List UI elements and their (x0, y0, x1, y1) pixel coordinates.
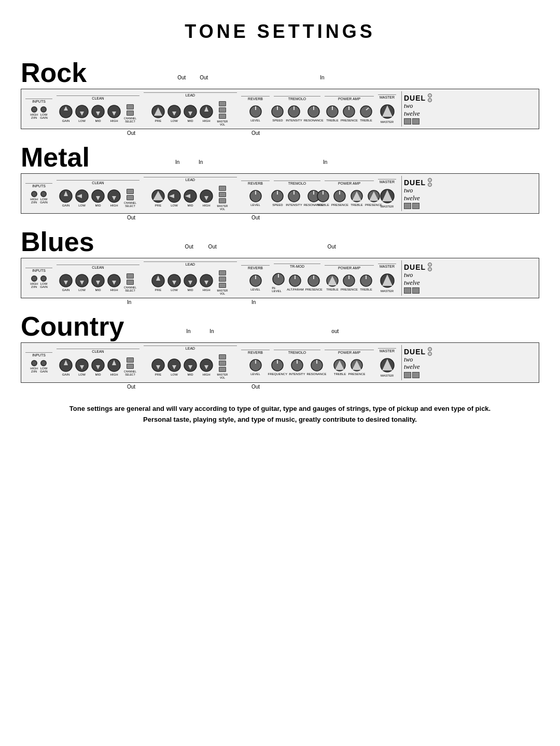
metal-lead: LEAD PRE LOW MID HIGH (144, 177, 237, 211)
blues-master-label: MASTER (378, 265, 396, 268)
blues-label-out3: Out (328, 244, 336, 250)
rock-label-in1: In (320, 75, 324, 80)
metal-tremolo: TREMOLO SPEED INTENSITY RESONANCE (274, 181, 320, 206)
country-jack2 (40, 360, 47, 366)
metal-bot-out2: Out (251, 215, 260, 220)
rock-reverb-label: REVERB (241, 97, 270, 101)
country-label-in2: In (209, 328, 214, 334)
metal-clean-label: CLEAN (57, 181, 139, 185)
blues-clean-label: CLEAN (57, 266, 139, 269)
country-reverb-label: REVERB (241, 351, 270, 354)
rock-inputs-label: INPUTS (25, 100, 52, 103)
blues-power: POWER AMP TREBLE PRESENCE TREBLE (325, 265, 374, 291)
metal-label-in3: In (323, 159, 327, 165)
metal-reverb: REVERB LEVEL (241, 181, 270, 206)
blues-brand: DUEL twotwelve (401, 260, 434, 296)
rock-label-out1: Out (177, 75, 186, 80)
country-inputs-label: INPUTS (25, 353, 52, 357)
brand-duel-country: DUEL (404, 348, 426, 356)
rock-jack1 (31, 106, 37, 113)
metal-tremolo-label: TREMOLO (274, 182, 320, 185)
rock-lead-switch2 (219, 114, 226, 119)
metal-reverb-label: REVERB (241, 182, 270, 185)
country-bot-out1: Out (127, 384, 135, 390)
metal-label-in1: In (175, 159, 179, 165)
rock-clean-bright (127, 104, 134, 109)
metal-power-label: POWER AMP (325, 182, 374, 185)
rock-lead-switch (219, 107, 226, 113)
country-tremolo-label: TREMOLO (274, 351, 320, 354)
metal-master: MASTER MASTER (378, 179, 396, 208)
blues-reverb-label: REVERB (241, 266, 270, 270)
blues-lead-label: LEAD (144, 263, 237, 266)
metal-inputs: INPUTS HIGHZ/IN LOWGAIN (25, 183, 52, 204)
rock-inputs: INPUTS HIGHZ/IN LOWGAIN (25, 99, 52, 119)
metal-jack1 (31, 191, 37, 197)
country-bot-out2: Out (251, 384, 260, 390)
country-master: MASTER MASTER (378, 348, 396, 377)
rock-section: Rock Out Out In INPUTS HIGHZ/IN LOWGAIN (21, 58, 539, 137)
country-brand: DUEL twotwelve (401, 345, 434, 380)
brand-duel-metal: DUEL (404, 178, 426, 187)
rock-lead-label: LEAD (144, 93, 237, 97)
footnote: Tone settings are general and will vary … (21, 404, 539, 425)
blues-lead: LEAD PRE LOW MID HIGH (144, 261, 237, 295)
blues-jack1 (31, 275, 37, 282)
rock-brand: DUEL twotwelve (401, 91, 434, 127)
brand-two-rock: twotwelve (404, 102, 420, 117)
country-clean: CLEAN GAIN LOW MID HIGH (57, 349, 139, 376)
country-tremolo: TREMOLO FREQUENCY INTENSITY RESONANCE (274, 350, 320, 376)
metal-label-in2: In (199, 159, 203, 165)
metal-jack2 (40, 191, 47, 197)
rock-lead: LEAD PRE LOW MID HIGH (144, 92, 237, 126)
country-clean-label: CLEAN (57, 350, 139, 353)
country-label-in1: In (186, 328, 190, 334)
rock-lead-bright (219, 101, 226, 106)
country-jack1 (31, 360, 37, 366)
rock-tremolo-label: TREMOLO (274, 97, 320, 101)
blues-label-out1: Out (185, 244, 193, 250)
rock-power-label: POWER AMP (325, 97, 374, 101)
rock-clean: CLEAN GAIN LOW MID HIGH (57, 95, 139, 123)
metal-amp-panel: INPUTS HIGHZ/IN LOWGAIN CLEAN GAIN (21, 173, 539, 214)
rock-label-out2: Out (200, 75, 208, 80)
rock-bot-out1: Out (127, 130, 135, 136)
rock-tremolo: TREMOLO SPEED INTENSITY RESONANCE (274, 96, 320, 122)
blues-jack2 (40, 275, 47, 282)
brand-two-blues: twotwelve (404, 271, 420, 286)
brand-duel-blues: DUEL (404, 263, 426, 271)
blues-bot-in1: In (127, 299, 131, 305)
metal-power: POWER AMP TREBLE PRESENCE TREBLE PRESENC… (325, 181, 374, 206)
country-power-label: POWER AMP (325, 351, 374, 354)
page-title: TONE SETTINGS (21, 21, 539, 43)
brand-duel-rock: DUEL (404, 94, 426, 102)
blues-amp-panel: INPUTS HIGHZ/IN LOWGAIN CLEAN GAIN (21, 258, 539, 298)
blues-tremolo-label: TR-MOD (274, 265, 320, 268)
rock-reverb: REVERB LEVEL (241, 96, 270, 122)
country-master-label: MASTER (378, 349, 396, 353)
metal-section: Metal In In In INPUTS HIGHZ/IN LOWGAIN C… (21, 143, 539, 222)
country-power: POWER AMP TREBLE PRESENCE (325, 350, 374, 376)
blues-bot-in2: In (251, 299, 256, 305)
brand-two-metal: twotwelve (404, 187, 420, 202)
country-title: Country (21, 312, 124, 341)
blues-master: MASTER MASTER (378, 264, 396, 293)
country-lead: LEAD PRE LOW MID HIGH (144, 346, 237, 379)
rock-bot-out2: Out (251, 130, 260, 136)
rock-master-label: MASTER (378, 95, 396, 99)
blues-tremolo: TR-MOD IN-LEVEL ALT.PARAM PRESENCE (274, 264, 320, 293)
blues-inputs-label: INPUTS (25, 269, 52, 272)
country-section: Country In In out INPUTS HIGHZ/IN LOWGAI… (21, 312, 539, 391)
rock-master: MASTER MASTER (378, 94, 396, 123)
blues-power-label: POWER AMP (325, 266, 374, 270)
rock-power: POWER AMP TREBLE PRESENCE TREBLE (325, 96, 374, 122)
rock-amp-panel: INPUTS HIGHZ/IN LOWGAIN CLEAN GAIN (21, 89, 539, 129)
country-reverb: REVERB LEVEL (241, 350, 270, 376)
blues-clean: CLEAN GAIN LOW MID HIGH (57, 265, 139, 292)
rock-clean-label: CLEAN (57, 96, 139, 100)
blues-reverb: REVERB LEVEL (241, 265, 270, 291)
country-lead-label: LEAD (144, 347, 237, 350)
country-inputs: INPUTS HIGHZ/IN LOWGAIN (25, 352, 52, 373)
metal-inputs-label: INPUTS (25, 184, 52, 188)
metal-title: Metal (21, 143, 90, 172)
